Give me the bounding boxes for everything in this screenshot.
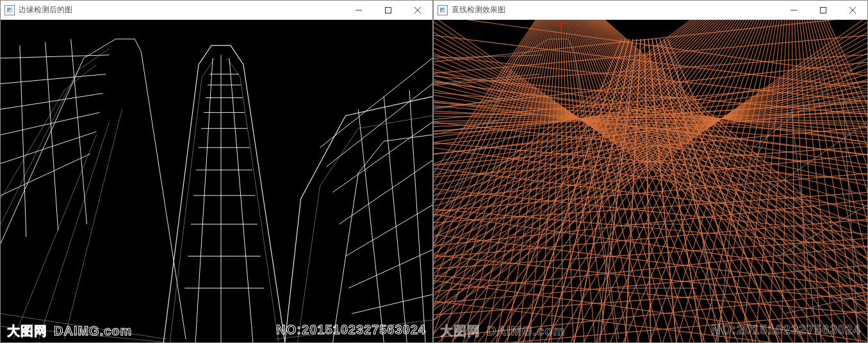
app-icon bbox=[438, 5, 448, 15]
window-title: 直线检测效果图 bbox=[452, 4, 505, 15]
svg-line-6 bbox=[1, 94, 103, 110]
maximize-button[interactable] bbox=[808, 1, 838, 19]
window-controls bbox=[344, 1, 432, 19]
svg-line-11 bbox=[39, 122, 110, 339]
watermark-id: NO:2015102327563024 bbox=[711, 322, 861, 340]
window-controls bbox=[779, 1, 867, 19]
svg-line-36 bbox=[352, 294, 432, 314]
svg-rect-1 bbox=[386, 7, 391, 13]
svg-line-5 bbox=[1, 74, 106, 84]
svg-line-32 bbox=[332, 122, 432, 192]
svg-line-13 bbox=[20, 46, 26, 237]
minimize-button[interactable] bbox=[779, 1, 808, 19]
window-title: 边缘检测后的图 bbox=[19, 4, 72, 15]
svg-line-4 bbox=[1, 55, 109, 58]
watermark-site-en: DAIMG.com bbox=[54, 324, 132, 339]
svg-line-12 bbox=[65, 109, 122, 339]
window-edge-detection: 边缘检测后的图 bbox=[0, 0, 433, 343]
watermark: 大图网 DAIMG.com NO:2015102327563024 bbox=[1, 322, 432, 340]
svg-rect-49 bbox=[821, 7, 826, 13]
title-left-group: 直线检测效果图 bbox=[438, 4, 505, 15]
svg-rect-45 bbox=[154, 151, 168, 160]
svg-line-27 bbox=[195, 58, 213, 342]
svg-line-37 bbox=[358, 109, 384, 342]
minimize-button[interactable] bbox=[344, 1, 373, 19]
svg-line-186 bbox=[434, 20, 867, 123]
titlebar[interactable]: 边缘检测后的图 bbox=[1, 1, 432, 20]
svg-line-39 bbox=[409, 90, 425, 342]
watermark-id: NO:2015102327563024 bbox=[276, 322, 426, 340]
svg-line-14 bbox=[45, 42, 58, 231]
titlebar[interactable]: 直线检测效果图 bbox=[434, 1, 867, 20]
svg-line-295 bbox=[498, 39, 621, 342]
svg-line-9 bbox=[1, 154, 90, 196]
watermark: 大图网 DAIMG.com NO:2015102327563024 bbox=[434, 322, 867, 340]
svg-rect-47 bbox=[146, 199, 163, 210]
svg-line-15 bbox=[71, 39, 87, 224]
close-button[interactable] bbox=[403, 1, 432, 19]
canvas-line: 大图网 DAIMG.com NO:2015102327563024 bbox=[434, 20, 867, 342]
window-line-detection: 直线检测效果图 bbox=[433, 0, 868, 343]
svg-rect-43 bbox=[160, 115, 172, 122]
close-button[interactable] bbox=[838, 1, 867, 19]
edge-svg bbox=[1, 20, 432, 342]
title-left-group: 边缘检测后的图 bbox=[4, 4, 72, 15]
watermark-site-cn: 大图网 bbox=[7, 322, 47, 340]
watermark-site-en: DAIMG.com bbox=[487, 324, 565, 339]
svg-line-31 bbox=[326, 84, 432, 167]
svg-rect-44 bbox=[157, 131, 170, 139]
svg-line-29 bbox=[229, 58, 253, 342]
canvas-edge: 大图网 DAIMG.com NO:2015102327563024 bbox=[1, 20, 432, 342]
svg-rect-46 bbox=[150, 173, 165, 183]
svg-line-33 bbox=[339, 160, 432, 224]
watermark-site-cn: 大图网 bbox=[440, 322, 480, 340]
app-icon bbox=[4, 5, 15, 15]
maximize-button[interactable] bbox=[373, 1, 403, 19]
line-svg bbox=[434, 20, 867, 342]
